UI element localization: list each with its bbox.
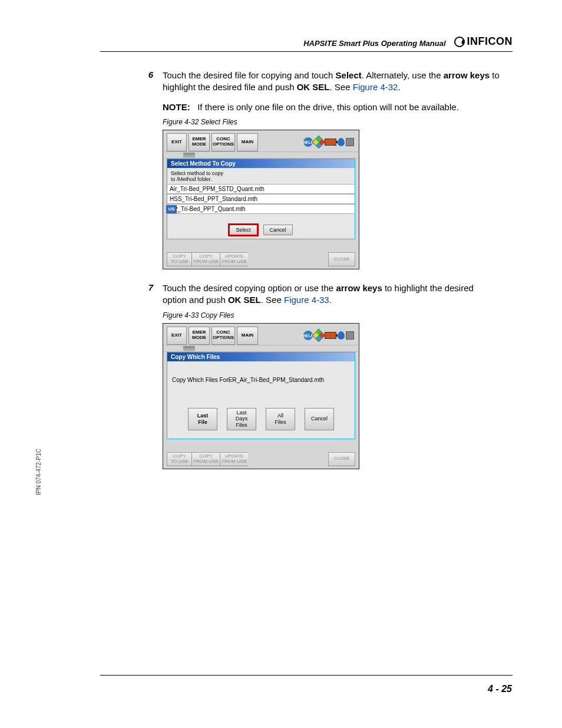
exit-button[interactable]: EXIT [167,327,187,345]
text: Touch the desired file for copying and t… [163,70,336,80]
dialog-instruction: Select method to copy to /Method folder. [167,168,355,185]
help-icon[interactable]: HELP [303,331,313,340]
note-text: If there is only one file on the drive, … [197,102,459,112]
file-row[interactable]: Air_Tri-Bed_PPM_5STD_Quant.mth [167,184,355,194]
dialog-header: Copy Which Files [167,353,355,361]
emer-mode-button[interactable]: EMER MODE [189,133,210,151]
brand-logo: INFICON [454,35,513,48]
toolbar-strip [163,151,359,159]
text: . See [261,295,284,305]
status-icon [346,138,354,146]
bold: Select [336,70,362,80]
step-6-number: 6 [146,70,153,94]
figure-4-32-caption: Figure 4-32 Select Files [163,118,500,126]
ss-top-toolbar: EXIT EMER MODE CONC OPTIONS MAIN HELP [163,324,359,345]
select-button[interactable]: Select [229,225,257,235]
file-list: Air_Tri-Bed_PPM_5STD_Quant.mth HSS_Tri-B… [167,184,355,214]
figure-4-32-screenshot: EXIT EMER MODE CONC OPTIONS MAIN HELP Se… [163,130,359,270]
copy-to-usb-button[interactable]: COPY TO USB [167,252,191,266]
main-button[interactable]: MAIN [237,327,258,345]
step-6: 6 Touch the desired file for copying and… [146,70,500,94]
figure-4-33-screenshot: EXIT EMER MODE CONC OPTIONS MAIN HELP Co… [163,323,359,469]
status-icons: HELP [260,327,355,345]
all-files-button[interactable]: All Files [266,408,295,430]
inficon-logo-icon [454,37,465,47]
bold: OK SEL [228,295,261,305]
dialog-prompt: Copy Which Files ForER_Air_Tri-Bed_PPM_S… [167,361,355,400]
last-days-files-button[interactable]: Last Days Files [227,408,256,430]
cancel-button[interactable]: Cancel [263,225,293,235]
ss-top-toolbar: EXIT EMER MODE CONC OPTIONS MAIN HELP [163,130,359,151]
update-from-usb-button[interactable]: UPDATE FROM USB [220,252,248,266]
footer-rule [100,675,513,676]
text: to /Method folder. [171,176,212,182]
copy-from-usb-button[interactable]: COPY FROM USB [191,252,220,266]
text: Touch the desired copying option or use … [163,283,336,293]
text: . See [330,82,353,92]
file-row[interactable]: HSS_Tri-Bed_PPT_Standard.mth [167,194,355,204]
conc-options-button[interactable]: CONC OPTIONS [211,133,235,151]
step-7-text: Touch the desired copying option or use … [163,282,500,307]
figure-4-33-caption: Figure 4-33 Copy Files [163,311,500,319]
bold: OK SEL [297,82,330,92]
dialog-actions: Select Cancel [167,214,355,239]
dialog-header: Select Method To Copy [167,159,355,168]
copy-options-row: Last File Last Days Files All Files Canc… [167,400,355,439]
update-from-usb-button[interactable]: UPDATE FROM USB [220,452,248,466]
water-drop-icon [338,331,345,340]
close-button[interactable]: CLOSE [328,252,355,266]
hazard-diamond-icon [312,329,326,342]
toolbar-strip [163,345,359,352]
figure-link-4-32[interactable]: Figure 4-32 [353,82,398,92]
help-icon[interactable]: HELP [303,137,313,147]
step-7-number: 7 [146,282,153,307]
step-7: 7 Touch the desired copying option or us… [146,282,500,307]
us-tag: US [166,205,177,213]
manual-title: HAPSITE Smart Plus Operating Manual [303,39,445,48]
side-doc-id: IPN 074-472-P1C [35,449,42,495]
last-file-button[interactable]: Last File [188,408,217,430]
bold: arrow keys [444,70,490,80]
close-button[interactable]: CLOSE [328,452,355,466]
copy-to-usb-button[interactable]: COPY TO USB [167,452,191,466]
figure-link-4-33[interactable]: Figure 4-33 [284,295,329,305]
text: Select method to copy [171,170,223,176]
page-number: 4 - 25 [488,684,512,694]
status-icons: HELP [260,133,355,151]
battery-icon [325,139,336,146]
water-drop-icon [338,138,345,146]
note-block: NOTE: If there is only one file on the d… [163,102,500,112]
file-name: SP_Tri-Bed_PPT_Quant.mth [170,206,246,212]
status-icon [346,331,354,340]
conc-options-button[interactable]: CONC OPTIONS [211,327,235,345]
bottom-toolbar: COPY TO USB COPY FROM USB UPDATE FROM US… [163,250,359,269]
page-header: HAPSITE Smart Plus Operating Manual INFI… [100,35,513,52]
cancel-button[interactable]: Cancel [305,408,334,430]
battery-icon [325,332,336,339]
note-label: NOTE: [163,102,190,112]
bold: arrow keys [336,283,382,293]
text: . [398,82,400,92]
exit-button[interactable]: EXIT [167,133,187,151]
step-6-text: Touch the desired file for copying and t… [163,70,500,94]
text: . Alternately, use the [362,70,444,80]
bottom-toolbar: COPY TO USB COPY FROM USB UPDATE FROM US… [163,450,359,469]
file-row[interactable]: US SP_Tri-Bed_PPT_Quant.mth [167,204,355,214]
hazard-diamond-icon [312,136,326,149]
emer-mode-button[interactable]: EMER MODE [189,327,210,345]
brand-name: INFICON [467,35,513,48]
copy-from-usb-button[interactable]: COPY FROM USB [191,452,220,466]
text: . [329,295,332,305]
main-button[interactable]: MAIN [237,133,258,151]
